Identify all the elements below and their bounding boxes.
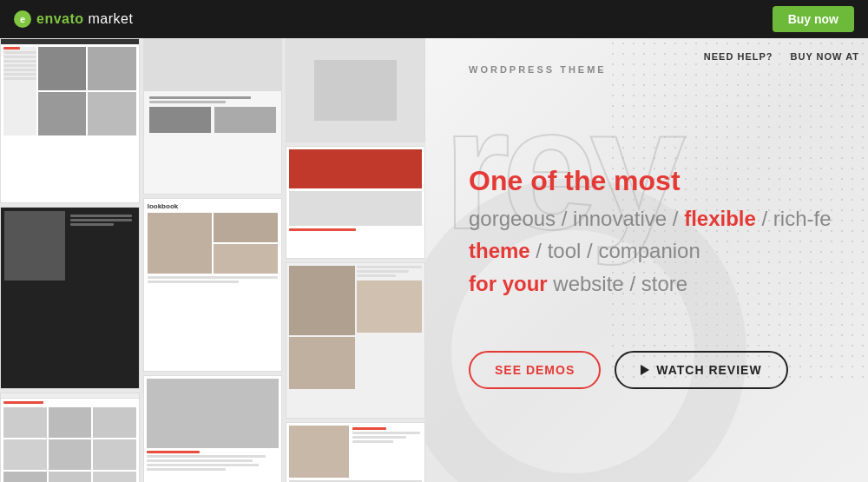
logo: e envato market (14, 10, 133, 28)
screenshot-item (0, 38, 140, 203)
hero-theme-bold: theme (469, 239, 530, 262)
screenshot-col-3 (286, 38, 425, 482)
screenshot-item (286, 422, 425, 482)
screenshot-item: lookbook (143, 198, 283, 372)
hero-line3-rest: / tool / companion (530, 239, 700, 262)
need-help-link[interactable]: NEED HELP? (704, 51, 773, 62)
main-content: lookbook (0, 38, 868, 482)
screenshot-item (286, 38, 425, 142)
hero-line-1: One of the most (469, 162, 842, 201)
hero-line2-bold: flexible (684, 207, 756, 230)
right-top-nav: NEED HELP? BUY NOW AT (704, 51, 859, 62)
hero-text: One of the most gorgeous / innovative / … (469, 162, 842, 299)
play-icon (641, 365, 649, 375)
hero-line4-rest: website / store (548, 272, 687, 295)
envato-icon: e (14, 10, 31, 28)
hero-line-4: for your website / store (469, 269, 842, 299)
hero-line2-post: / rich-fe (756, 207, 832, 230)
screenshot-item (286, 262, 425, 419)
screenshot-item (0, 393, 140, 482)
watch-review-button[interactable]: WATCH REVIEW (615, 351, 787, 389)
screenshot-item (0, 207, 140, 389)
buy-now-button[interactable]: Buy now (773, 6, 854, 32)
screenshot-col-2: lookbook (143, 38, 283, 482)
navbar: e envato market Buy now (0, 0, 868, 38)
right-panel: NEED HELP? BUY NOW AT WORDPRESS THEME re… (425, 38, 868, 482)
screenshots-panel: lookbook (0, 38, 425, 482)
see-demos-button[interactable]: SEE DEMOS (469, 351, 601, 389)
wordpress-theme-label: WORDPRESS THEME (469, 64, 842, 75)
screenshot-item (143, 38, 283, 195)
hero-line2-pre: gorgeous / innovative / (469, 207, 684, 230)
buy-now-at-link[interactable]: BUY NOW AT (791, 51, 859, 62)
hero-line-3: theme / tool / companion (469, 236, 842, 266)
logo-text: envato market (36, 11, 133, 27)
screenshot-col-1 (0, 38, 140, 482)
cta-buttons: SEE DEMOS WATCH REVIEW (469, 351, 842, 389)
hero-line1-text: One of the most (469, 165, 681, 196)
screenshot-item (286, 146, 425, 259)
hero-line-2: gorgeous / innovative / flexible / rich-… (469, 204, 842, 234)
watch-review-label: WATCH REVIEW (656, 363, 761, 377)
screenshot-item (143, 375, 283, 482)
hero-foryour-bold: for your (469, 272, 548, 295)
